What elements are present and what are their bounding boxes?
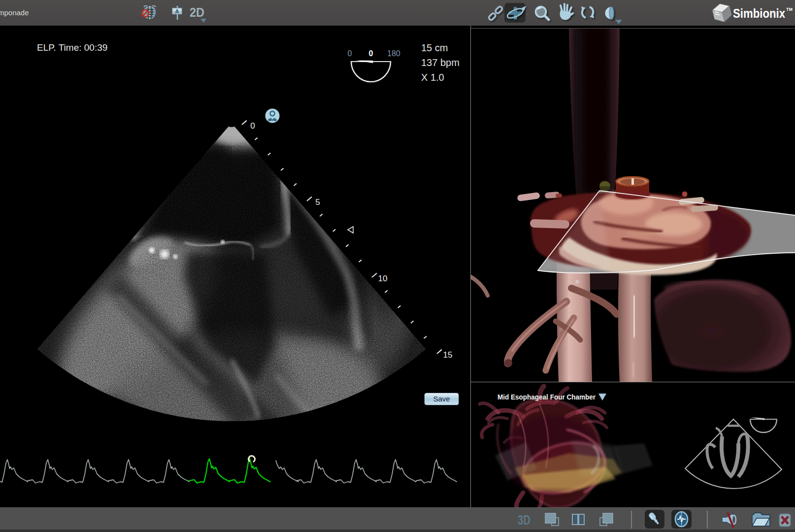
svg-text:5: 5 <box>315 198 320 207</box>
svg-text:Simbionix: Simbionix <box>733 6 785 20</box>
svg-text:3D: 3D <box>518 513 530 528</box>
svg-text:X 1.0: X 1.0 <box>421 72 444 83</box>
svg-text:2D: 2D <box>190 5 204 20</box>
svg-text:0: 0 <box>348 49 352 58</box>
svg-text:15 cm: 15 cm <box>421 42 448 53</box>
svg-text:137 bpm: 137 bpm <box>421 57 460 68</box>
svg-text:0: 0 <box>369 49 373 58</box>
svg-text:TM: TM <box>786 7 793 12</box>
svg-text:0: 0 <box>250 121 255 131</box>
svg-text:180: 180 <box>387 49 400 58</box>
svg-text:Mid Esophageal Four Chamber: Mid Esophageal Four Chamber <box>497 393 596 401</box>
svg-text:A: A <box>175 8 179 14</box>
svg-text:15: 15 <box>443 350 453 360</box>
svg-text:10: 10 <box>378 274 388 283</box>
svg-text:ELP. Time: 00:39: ELP. Time: 00:39 <box>37 42 107 53</box>
